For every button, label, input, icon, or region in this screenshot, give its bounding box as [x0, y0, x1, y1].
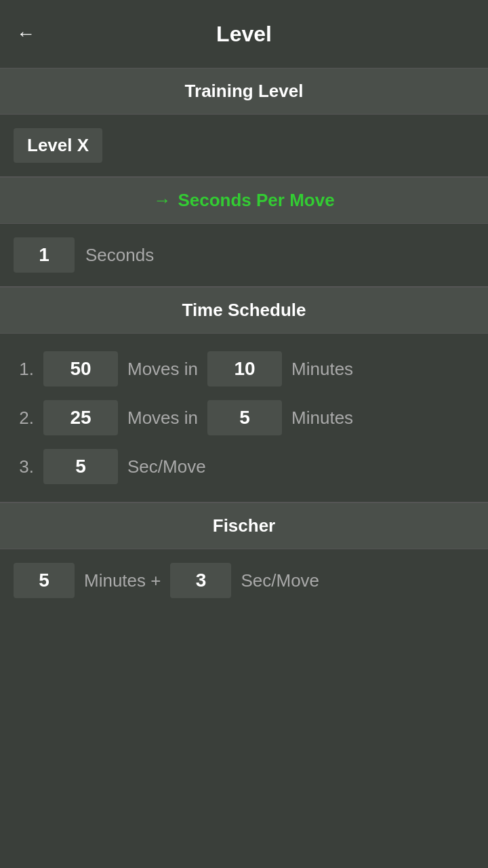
time-value-2[interactable]: 5 — [207, 400, 282, 435]
training-level-area: Level X — [0, 115, 488, 177]
schedule-row-1: 1. 50 Moves in 10 Minutes — [14, 344, 474, 393]
schedule-row-3: 3. 5 Sec/Move — [14, 442, 474, 491]
moves-label-2: Moves in — [127, 408, 198, 429]
page-title: Level — [216, 22, 272, 47]
moves-value-3[interactable]: 5 — [43, 449, 118, 484]
seconds-unit-label: Seconds — [85, 245, 154, 266]
row-number-3: 3. — [14, 456, 34, 477]
fischer-area: 5 Minutes + 3 Sec/Move — [0, 549, 488, 612]
row-number-1: 1. — [14, 359, 34, 380]
arrow-icon: → — [153, 190, 171, 211]
fischer-header: Fischer — [0, 502, 488, 549]
moves-label-1: Moves in — [127, 359, 198, 380]
back-icon: ← — [16, 23, 35, 44]
fischer-seconds-value[interactable]: 3 — [170, 563, 231, 598]
time-label-1: Minutes — [291, 359, 353, 380]
schedule-row-2: 2. 25 Moves in 5 Minutes — [14, 393, 474, 442]
fischer-separator-label: Minutes + — [84, 570, 161, 591]
moves-value-2[interactable]: 25 — [43, 400, 118, 435]
moves-label-3: Sec/Move — [127, 456, 206, 477]
training-level-header: Training Level — [0, 68, 488, 115]
seconds-per-move-label: Seconds Per Move — [178, 190, 334, 211]
moves-value-1[interactable]: 50 — [43, 351, 118, 387]
fischer-minutes-value[interactable]: 5 — [14, 563, 75, 598]
time-schedule-header: Time Schedule — [0, 287, 488, 334]
back-button[interactable]: ← — [16, 24, 35, 43]
fischer-unit-label: Sec/Move — [241, 570, 319, 591]
time-value-1[interactable]: 10 — [207, 351, 282, 387]
row-number-2: 2. — [14, 408, 34, 429]
seconds-per-move-header[interactable]: → Seconds Per Move — [0, 177, 488, 224]
seconds-area: 1 Seconds — [0, 224, 488, 287]
level-badge[interactable]: Level X — [14, 128, 102, 163]
header: ← Level — [0, 0, 488, 68]
seconds-value-box[interactable]: 1 — [14, 237, 75, 273]
time-label-2: Minutes — [291, 408, 353, 429]
schedule-area: 1. 50 Moves in 10 Minutes 2. 25 Moves in… — [0, 334, 488, 502]
